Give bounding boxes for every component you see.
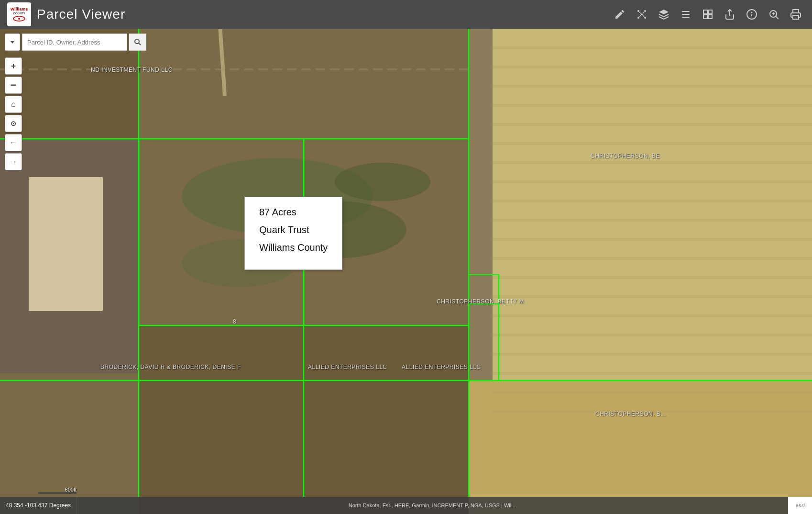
layers-tool-icon[interactable]	[655, 5, 673, 23]
locate-button[interactable]: ⊙	[5, 115, 22, 132]
svg-line-75	[139, 43, 141, 45]
label-christopherson-se: CHRISTOPHERSON, B...	[595, 411, 666, 417]
svg-point-12	[335, 163, 430, 201]
info-tool-icon[interactable]	[743, 5, 761, 23]
search-zoom-tool-icon[interactable]	[765, 5, 783, 23]
svg-rect-58	[682, 14, 690, 15]
scale-label: 600ft	[65, 487, 77, 492]
map-background	[0, 0, 812, 514]
label-allied-1: ALLIED ENTERPRISES LLC	[308, 364, 387, 370]
svg-rect-61	[708, 10, 712, 14]
list-tool-icon[interactable]	[677, 5, 695, 23]
svg-rect-62	[703, 15, 707, 19]
search-button[interactable]	[129, 34, 146, 51]
logo-county-text: COUNTY	[13, 12, 25, 15]
svg-line-55	[639, 15, 641, 17]
svg-rect-72	[793, 15, 799, 19]
back-button[interactable]: ←	[5, 134, 22, 151]
share-tool-icon[interactable]	[721, 5, 739, 23]
svg-rect-60	[703, 10, 707, 14]
svg-rect-6	[29, 177, 103, 311]
logo-seal	[12, 15, 26, 22]
scale-bar: 600ft	[38, 487, 77, 494]
search-dropdown-button[interactable]	[5, 34, 20, 51]
app-title: Parcel Viewer	[37, 7, 125, 22]
map-popup: 87 Acres Quark Trust Williams County	[244, 197, 342, 270]
map-container[interactable]: ND INVESTMENT FUND LLC CHRISTOPHERSON, B…	[0, 0, 812, 514]
svg-rect-14	[493, 26, 812, 380]
search-input[interactable]	[22, 34, 127, 51]
zoom-out-button[interactable]: −	[5, 77, 22, 94]
search-bar	[5, 34, 146, 51]
attribution-text: North Dakota, Esri, HERE, Garmin, INCREM…	[77, 503, 788, 508]
label-christopherson-betty: CHRISTOPHERSON, BETTY M	[437, 298, 524, 305]
svg-point-52	[644, 17, 646, 19]
network-tool-icon[interactable]	[633, 5, 651, 23]
coordinates-display: 48.354 -103.437 Degrees	[0, 497, 77, 514]
toolbar-right	[611, 5, 812, 23]
home-button[interactable]: ⌂	[5, 96, 22, 113]
grid-tool-icon[interactable]	[699, 5, 717, 23]
popup-owner: Quark Trust	[259, 224, 328, 235]
svg-line-56	[643, 15, 644, 17]
scale-line	[38, 492, 77, 494]
svg-line-54	[643, 12, 644, 13]
label-nd-investment: ND INVESTMENT FUND LLC	[91, 67, 173, 73]
draw-tool-icon[interactable]	[611, 5, 629, 23]
header: Williams COUNTY Parcel Viewer	[0, 0, 812, 29]
forward-button[interactable]: →	[5, 153, 22, 170]
svg-rect-63	[708, 15, 712, 19]
zoom-in-button[interactable]: +	[5, 57, 22, 75]
label-christopherson-ne: CHRISTOPHERSON, BE	[591, 153, 660, 159]
popup-acres: 87 Acres	[259, 207, 328, 218]
esri-logo: esri	[788, 497, 812, 514]
status-bar: 48.354 -103.437 Degrees North Dakota, Es…	[0, 497, 812, 514]
popup-county: Williams County	[259, 242, 328, 253]
logo-badge: Williams COUNTY	[7, 2, 31, 26]
print-tool-icon[interactable]	[787, 5, 805, 23]
svg-rect-13	[469, 26, 493, 380]
logo-top-text: Williams	[11, 7, 28, 12]
svg-rect-57	[682, 11, 690, 12]
logo-area: Williams COUNTY Parcel Viewer	[0, 2, 132, 26]
map-controls: + − ⌂ ⊙ ← →	[5, 57, 22, 170]
svg-rect-59	[682, 17, 690, 18]
svg-point-50	[644, 10, 646, 12]
svg-rect-2	[469, 380, 812, 514]
svg-line-69	[776, 17, 779, 20]
svg-point-49	[637, 10, 639, 12]
label-broderick: BRODERICK, DAVID R & BRODERICK, DENISE F	[100, 364, 241, 370]
svg-line-53	[639, 12, 641, 13]
svg-marker-73	[11, 41, 14, 44]
svg-point-51	[637, 17, 639, 19]
svg-point-47	[18, 18, 20, 20]
svg-point-48	[641, 13, 643, 15]
label-parcel-num: 8	[233, 318, 236, 325]
label-allied-2: ALLIED ENTERPRISES LLC	[402, 364, 481, 370]
svg-point-74	[135, 39, 139, 44]
